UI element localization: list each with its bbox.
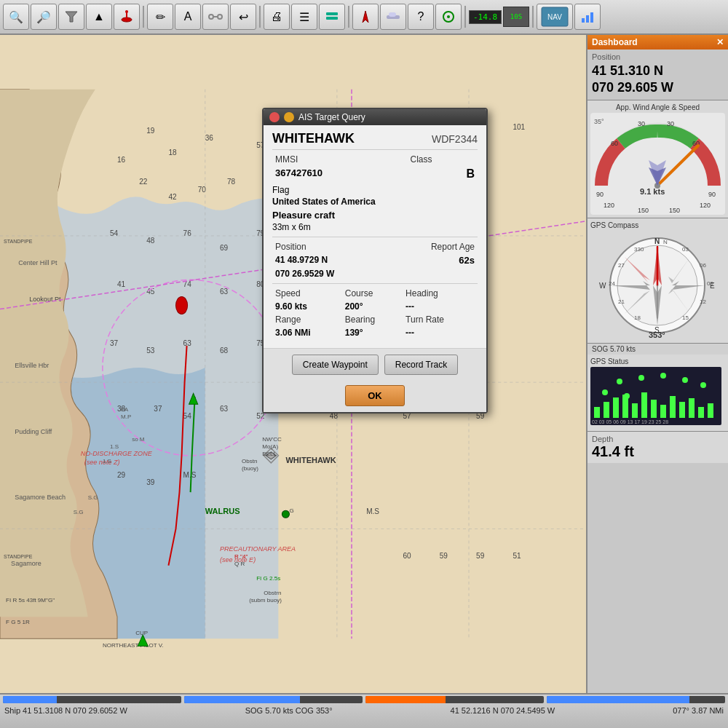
svg-text:1.S: 1.S	[103, 458, 111, 464]
settings-button[interactable]: ☰	[291, 4, 317, 30]
gps-status-section: GPS Status	[587, 355, 728, 432]
svg-rect-16	[582, 18, 585, 23]
svg-marker-0	[66, 12, 77, 22]
wind-gauge-svg: 90 60 30 30 60 90 120 120 150 150	[590, 113, 725, 215]
svg-text:09: 09	[707, 280, 713, 287]
gps-button[interactable]	[435, 4, 462, 30]
svg-text:M.S: M.S	[366, 507, 379, 515]
ais-minimize-button[interactable]	[284, 112, 294, 122]
weather-button[interactable]	[380, 4, 406, 30]
svg-text:W: W	[599, 282, 606, 290]
compass-section: GPS Compass	[587, 218, 728, 344]
ais-ok-button[interactable]: OK	[345, 385, 405, 406]
ais-divider-3	[272, 283, 478, 284]
svg-point-101	[176, 296, 188, 314]
svg-text:59: 59	[440, 552, 448, 560]
svg-rect-197	[708, 403, 713, 418]
range-label: Range	[272, 313, 342, 326]
svg-point-106	[282, 510, 289, 518]
help-button[interactable]: ?	[408, 4, 434, 30]
sog-display: SOG 5.70 kts	[587, 344, 728, 355]
svg-text:29: 29	[117, 471, 126, 479]
route-button[interactable]	[202, 4, 229, 30]
course-label: Course	[342, 287, 403, 300]
svg-rect-189	[632, 403, 638, 418]
nav-button[interactable]	[352, 4, 379, 30]
svg-text:N: N	[663, 239, 668, 245]
svg-text:1.S: 1.S	[110, 443, 119, 450]
svg-text:63: 63	[220, 288, 229, 296]
svg-text:19: 19	[146, 127, 155, 135]
svg-text:06: 06	[700, 262, 706, 269]
svg-text:WALRUS: WALRUS	[205, 507, 240, 515]
svg-text:51: 51	[513, 552, 521, 560]
svg-text:90: 90	[708, 191, 716, 198]
svg-text:68: 68	[220, 347, 229, 355]
svg-text:53: 53	[146, 347, 155, 355]
heading-value: ---	[403, 300, 478, 313]
svg-rect-7	[326, 12, 338, 15]
svg-text:so M: so M	[132, 436, 145, 443]
range-bearing-status: 077° 3.87 NMi	[673, 706, 724, 715]
chart-stats-button[interactable]	[574, 4, 601, 30]
svg-text:63: 63	[220, 405, 229, 413]
svg-text:330: 330	[634, 246, 644, 253]
svg-text:Lookout Pt: Lookout Pt	[29, 296, 61, 303]
position-lon: 070 29.605 W	[592, 79, 724, 96]
print-button[interactable]: 🖨	[264, 4, 290, 30]
create-waypoint-button[interactable]: Create Waypoint	[292, 355, 379, 375]
speed-value: 9.60 kts	[272, 300, 342, 313]
svg-text:54: 54	[110, 229, 119, 237]
svg-text:59: 59	[476, 412, 485, 420]
svg-text:18: 18	[168, 149, 177, 157]
svg-text:101: 101	[513, 123, 525, 131]
center-button[interactable]: ▲	[86, 4, 112, 30]
svg-point-183	[602, 389, 608, 395]
dashboard-title: Dashboard	[592, 37, 638, 47]
svg-text:37: 37	[154, 405, 162, 413]
svg-point-13	[447, 15, 450, 18]
svg-rect-193	[670, 396, 676, 418]
ais-ok-row: OK	[264, 381, 486, 412]
svg-text:Obstn: Obstn	[242, 458, 257, 464]
svg-text:60: 60	[611, 140, 618, 147]
layers-button[interactable]	[319, 4, 345, 30]
position-section: Position 41 51.310 N 070 29.605 W	[587, 50, 728, 100]
zoom-in-button[interactable]: 🔍	[3, 4, 29, 30]
chart-area[interactable]: 19 18 36 57 66 97 97 105 101 16 22 42 70…	[0, 35, 586, 693]
record-track-button[interactable]: Record Track	[384, 355, 458, 375]
progress-bar-2	[184, 696, 363, 703]
svg-text:G: G	[289, 507, 293, 514]
svg-text:90: 90	[596, 191, 604, 198]
svg-text:35°: 35°	[594, 118, 604, 125]
svg-text:60: 60	[403, 552, 411, 560]
ais-close-button[interactable]	[269, 112, 280, 122]
svg-text:69: 69	[220, 244, 229, 252]
svg-text:S.G: S.G	[74, 509, 84, 515]
ais-vessel-id: WDF2344	[432, 133, 478, 145]
svg-text:BELL: BELL	[262, 451, 277, 457]
chart-select-button[interactable]: NAV	[537, 4, 573, 30]
undo-button[interactable]: ↩	[230, 4, 256, 30]
svg-text:9.1 kts: 9.1 kts	[640, 187, 665, 196]
svg-text:353°: 353°	[649, 331, 665, 339]
svg-text:37: 37	[110, 339, 119, 347]
main-area: 19 18 36 57 66 97 97 105 101 16 22 42 70…	[0, 35, 728, 693]
svg-text:52: 52	[256, 412, 265, 420]
heading-label: Heading	[403, 287, 478, 300]
dashboard-close-button[interactable]: ✕	[716, 37, 724, 47]
filter-button[interactable]	[58, 4, 84, 30]
svg-text:150: 150	[638, 207, 649, 214]
waypoint-button[interactable]	[114, 4, 140, 30]
turn-rate-value: ---	[403, 326, 478, 339]
zoom-out-button[interactable]: 🔎	[31, 4, 57, 30]
pencil-button[interactable]: ✏	[147, 4, 173, 30]
ais-title: AIS Target Query	[298, 112, 365, 122]
svg-text:STANDPIPE: STANDPIPE	[4, 554, 33, 559]
text-button[interactable]: A	[175, 4, 201, 30]
dashboard: Dashboard ✕ Position 41 51.310 N 070 29.…	[586, 35, 728, 693]
bearing-value: 139°	[342, 326, 403, 339]
dashboard-titlebar: Dashboard ✕	[587, 35, 728, 50]
course-value: 200°	[342, 300, 403, 313]
depth-display: -14.8	[469, 10, 502, 24]
